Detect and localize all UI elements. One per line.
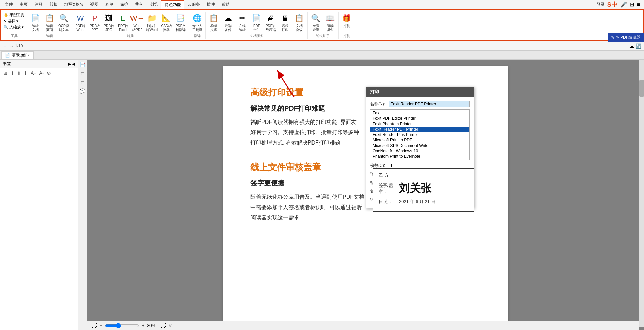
pdf-to-jpg-btn[interactable]: 🖼 PDF转JPG [102, 12, 116, 33]
scrollbar-thumb[interactable] [639, 80, 644, 97]
printer-foxit-reader[interactable]: Foxit Reader PDF Printer [370, 127, 469, 132]
login-label[interactable]: 登录 [597, 2, 605, 7]
printer-onenote[interactable]: OneNote for Windows 10 [370, 148, 469, 154]
sidebar-icon-font-smaller[interactable]: A- [39, 70, 45, 76]
zoom-plus-btn[interactable]: + [142, 323, 144, 328]
expand-icon[interactable]: ⛶ [161, 323, 166, 329]
sidebar-icon-up2[interactable]: ⬆ [16, 70, 22, 76]
pdf-compress-label: PDF在线压缩 [266, 24, 276, 32]
sidebar-expand-icon[interactable]: ▶ [68, 62, 71, 66]
word-to-pdf-icon: W→ [132, 13, 143, 24]
printer-fax[interactable]: Fax [370, 110, 469, 116]
sig-sig-label: 签字/盖章： [379, 182, 399, 195]
print-name-input[interactable] [389, 101, 470, 107]
sig-date-label: 日 期： [379, 199, 399, 205]
right-scrollbar[interactable] [639, 60, 644, 327]
sidebar-icon-up1[interactable]: ⬆ [9, 70, 15, 76]
zoom-slider[interactable] [105, 323, 139, 328]
print-name-row: 名称(N): [370, 101, 470, 107]
convert-group-label: 转换 [127, 34, 134, 38]
pdf-editor-btn[interactable]: ✎ ✎ PDF编辑器 [608, 33, 644, 42]
section2-body: 随着无纸化办公应用普及。当遇到使用PDF文档中需要添加个人签名或者标识时, 可以… [250, 192, 366, 223]
pdf-merge-btn[interactable]: 📄 PDF合并 [250, 12, 263, 33]
doc-tab-close[interactable]: × [28, 53, 30, 57]
print-copies-row: 份数(C): [370, 162, 470, 169]
template-btn[interactable]: 📋 模板文库 [207, 12, 221, 33]
scan-to-word-btn[interactable]: 📁 扫描件转Word [145, 12, 159, 33]
tab-share[interactable]: 共享 [132, 0, 146, 9]
tab-view[interactable]: 视图 [87, 0, 102, 9]
tab-convert[interactable]: 转换 [46, 0, 61, 9]
nav-back-btn[interactable]: ← [3, 43, 7, 49]
pro-translate-btn[interactable]: 🌐 专业人工翻译 [190, 12, 204, 33]
page-area: 高级打印设置 解决常见的PDF打印难题 福昕PDF阅读器拥有强大的打印功能, 界… [87, 60, 644, 330]
ocr-btn[interactable]: 🔍 OCR识别文本 [57, 12, 71, 33]
sidebar-icon-font-bigger[interactable]: A+ [30, 70, 37, 76]
pdf-to-jpg-icon: 🖼 [103, 13, 114, 24]
sig-name-value: 刘关张 [399, 181, 431, 196]
cad-btn[interactable]: 📐 CAD转换器 [160, 12, 173, 33]
tab-home[interactable]: 主页 [16, 0, 31, 9]
tab-sign[interactable]: 填写&签名 [61, 0, 87, 9]
icon-bar-pages[interactable]: ◻ [79, 79, 86, 86]
scan-to-word-icon: 📁 [146, 13, 157, 24]
reward-btn[interactable]: 🎁 打赏 [340, 12, 354, 29]
menu-icon[interactable]: ≡ [637, 2, 640, 8]
tab-file[interactable]: 文件 [1, 0, 16, 9]
sidebar-icon-up3[interactable]: ⬆ [23, 70, 28, 76]
reward-items: 🎁 打赏 [340, 12, 354, 33]
nav-forward-btn[interactable]: → [9, 43, 14, 49]
pdf-translate-btn[interactable]: 📑 PDF文档翻译 [174, 12, 187, 33]
print-name-value [389, 101, 470, 107]
printer-ms-xps[interactable]: Microsoft XPS Document Writer [370, 143, 469, 148]
icon-bar-comments[interactable]: 💬 [79, 87, 86, 95]
word-to-pdf-btn[interactable]: W→ Word转PDF [130, 12, 144, 33]
pdf-compress-btn[interactable]: 🖨 PDF在线压缩 [264, 12, 278, 33]
reading-survey-label: 阅读调查 [327, 24, 334, 32]
tab-browse[interactable]: 浏览 [146, 0, 161, 9]
tab-special[interactable]: 特色功能 [161, 0, 184, 9]
docservice-group-label: 文档服务 [250, 34, 263, 38]
plagcheck-label: 免费查重 [313, 24, 319, 32]
pdf-to-excel-btn[interactable]: E PDF转Excel [116, 12, 130, 33]
tab-plugin[interactable]: 插件 [203, 0, 218, 9]
edit-page-btn[interactable]: 📋 编辑页面 [43, 12, 56, 33]
tab-form[interactable]: 表单 [102, 0, 117, 9]
printer-phantom-evernote[interactable]: Phantom Print to Evernote [370, 154, 469, 159]
tab-help[interactable]: 帮助 [218, 0, 233, 9]
grid-icon[interactable]: ⊞ [630, 1, 634, 8]
sidebar-collapse-icon[interactable]: ◀ [72, 62, 75, 66]
zoom-minus-btn[interactable]: − [100, 323, 102, 328]
printer-foxit-phantom[interactable]: Foxit Phantom Printer [370, 121, 469, 127]
remote-print-btn[interactable]: 🖥 远程打印 [278, 12, 292, 33]
edit-doc-btn[interactable]: 📄 编辑文档 [28, 12, 42, 33]
sidebar-icon-settings[interactable]: ⊙ [46, 70, 52, 76]
print-copies-input[interactable] [389, 162, 402, 169]
ribbon-group-translate: 🌐 专业人工翻译 翻译 [189, 12, 206, 39]
cloud-backup-btn[interactable]: ☁ 云端备份 [221, 12, 235, 33]
doc-meeting-btn[interactable]: 📋 文档会议 [293, 12, 306, 33]
reading-survey-btn[interactable]: 📖 阅读调查 [323, 12, 337, 33]
zoom-tool-btn[interactable]: 🔍 入缩放 ▾ [3, 24, 25, 30]
pdf-to-word-btn[interactable]: W PDF转Word [74, 12, 87, 33]
doc-tab-demo[interactable]: 📄 演示.pdf × [1, 51, 34, 59]
select-tool-btn[interactable]: ↖ 选择 ▾ [3, 18, 25, 24]
icon-bar-layers[interactable]: ◻ [79, 70, 86, 77]
mic-icon[interactable]: 🎤 [620, 1, 627, 8]
zoom-icon: 🔍 [4, 25, 8, 29]
tab-annotation[interactable]: 注释 [31, 0, 46, 9]
fit-page-icon[interactable]: ⛶ [92, 323, 97, 329]
sidebar-icon-grid[interactable]: ⊞ [3, 70, 8, 76]
doc-tabs-bar: 📄 演示.pdf × [0, 51, 644, 60]
pdf-to-ppt-btn[interactable]: P PDF转PPT [88, 12, 101, 33]
plagcheck-btn[interactable]: 🔍 免费查重 [309, 12, 323, 33]
left-icon-bar: 📑 ◻ ◻ 💬 [78, 60, 87, 330]
tab-protect[interactable]: 保护 [117, 0, 132, 9]
hand-tool-btn[interactable]: ✋ 手型工具 [3, 12, 25, 18]
printer-foxit-reader-plus[interactable]: Foxit Reader Plus Printer [370, 132, 469, 137]
printer-foxit-pdf-editor[interactable]: Foxit PDF Editor Printer [370, 116, 469, 121]
printer-ms-pdf[interactable]: Microsoft Print to PDF [370, 137, 469, 143]
icon-bar-bookmark[interactable]: 📑 [79, 61, 86, 68]
tab-cloud[interactable]: 云服务 [184, 0, 203, 9]
online-edit-btn[interactable]: ✏ 在线编辑 [236, 12, 249, 33]
